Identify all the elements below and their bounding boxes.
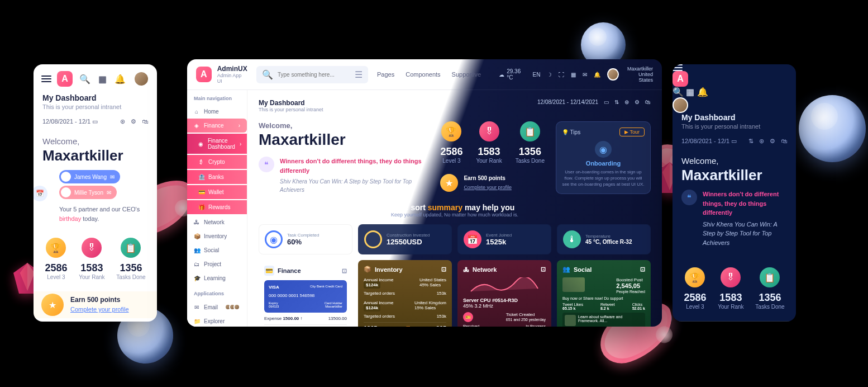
nav-supportive[interactable]: Supportive (452, 71, 481, 78)
sidebar-item-home[interactable]: ⌂Home (187, 105, 247, 119)
person-chip[interactable]: James Wang ✉ (59, 170, 120, 183)
inbox-icon[interactable]: ✉ (583, 72, 587, 78)
filter-icon[interactable]: ⇅ (614, 99, 619, 105)
expand-icon[interactable]: ⊡ (441, 266, 446, 273)
mobile-light-preview: A 🔍 ▦ 🔔 My Dashboard This is your person… (34, 64, 157, 322)
tile-social[interactable]: 👥Social⊡ Boosted Post2,545,05People Reac… (557, 260, 651, 327)
menu-icon[interactable]: ☰ (355, 69, 363, 80)
grid-icon[interactable]: ▦ (98, 74, 107, 84)
sidebar-item-finance-dashboard[interactable]: ◉Finance Dashboard› (187, 134, 247, 154)
metric-task-completed[interactable]: ◉ Task Completed60% (259, 224, 352, 254)
search-box[interactable]: 🔍 ☰ (256, 66, 368, 83)
calendar-icon[interactable]: ▭ (731, 138, 737, 144)
cart-icon[interactable]: 🛍 (645, 99, 651, 105)
tile-network[interactable]: 🖧Network⊡ Server CPU #0514-R3D45% 3.2 MH… (457, 260, 551, 327)
sidebar-item-social[interactable]: 👥Social (187, 243, 247, 257)
brand-name: AdminUX (217, 65, 247, 73)
metric-event-joined[interactable]: 📅 Event Joined1525k (457, 224, 551, 254)
metric-value: 45 °C, Office R-32 (585, 239, 632, 245)
sidebar-item-wallet[interactable]: 💳Wallet (187, 185, 247, 199)
filter-icon[interactable]: ⇅ (748, 138, 753, 145)
calendar-icon[interactable]: ▭ (92, 118, 98, 125)
search-icon[interactable]: 🔍 (673, 87, 684, 97)
date-range[interactable]: 12/08/2021 - 12/14/2021 (537, 99, 598, 105)
menu-icon[interactable] (41, 75, 51, 82)
app-logo[interactable]: A (196, 67, 212, 82)
tile-title: Social (574, 266, 592, 273)
box-icon: 📦 (364, 266, 371, 273)
wallet-icon: 💳 (264, 266, 274, 276)
person-chip[interactable]: Millie Tyson ✉ (59, 186, 117, 199)
cart-icon[interactable]: 🛍 (781, 138, 787, 145)
clipboard-icon: 📋 (760, 267, 780, 287)
calendar-icon: 📅 (464, 230, 481, 248)
complete-profile-link[interactable]: Complete your profile (70, 306, 129, 313)
search-icon[interactable]: 🔍 (79, 74, 90, 84)
fullscreen-icon[interactable]: ⛶ (559, 72, 564, 78)
moon-icon[interactable]: ☽ (547, 72, 552, 78)
welcome-greeting: Welcome, (681, 156, 787, 166)
bell-icon[interactable]: 🔔 (594, 72, 600, 78)
sidebar-item-finance[interactable]: ◈Finance› (187, 119, 247, 133)
weather-widget[interactable]: ☁29.36 °C (499, 68, 526, 81)
sidebar-item-inventory[interactable]: 📦Inventory (187, 229, 247, 243)
nav-components[interactable]: Components (406, 71, 440, 78)
tips-heading: Onboarding (562, 160, 645, 167)
date-range[interactable]: 12/08/2021 - 12/1 (42, 118, 90, 125)
bell-icon[interactable]: 🔔 (697, 87, 708, 97)
bell-icon[interactable]: 🔔 (115, 74, 126, 84)
stat-value: 1583 (476, 146, 502, 158)
expand-icon[interactable]: ⊡ (342, 267, 347, 275)
stats-row: 🏆2586Level 3 🎖1583Your Rank 📋1356Tasks D… (34, 226, 157, 291)
settings-icon[interactable]: ⊛ (120, 118, 125, 125)
sidebar-item-network[interactable]: 🖧Network (187, 215, 247, 229)
grid-icon[interactable]: ▦ (571, 72, 576, 78)
stats-row: 🏆2586Level 3 🎖1583Your Rank 📋1356Tasks D… (673, 256, 796, 321)
expand-icon[interactable]: ⊡ (541, 266, 546, 273)
metric-construction[interactable]: Construction Invested12550USD (358, 224, 452, 254)
stat-label: Your Rank (476, 158, 502, 164)
credit-card: VISACity Bank Credit Card 000 0000 0001 … (264, 280, 347, 313)
avatar[interactable] (673, 97, 688, 113)
user-location: United States (626, 72, 653, 83)
sidebar-item-banks[interactable]: 🏦Banks (187, 170, 247, 184)
app-logo[interactable]: A (673, 71, 688, 87)
sidebar: Main navigation ⌂Home ◈Finance› ◉Finance… (187, 90, 247, 327)
stat-label: Tasks Done (516, 158, 545, 164)
grid-icon[interactable]: ▦ (686, 87, 694, 97)
app-logo[interactable]: A (57, 71, 73, 87)
user-name: Maxartkiller (626, 66, 653, 72)
tile-finance[interactable]: 💳Finance⊡ VISACity Bank Credit Card 000 … (259, 260, 352, 327)
avatar[interactable] (607, 68, 618, 81)
clipboard-icon: 📋 (121, 238, 141, 258)
gear-icon[interactable]: ⚙ (770, 138, 775, 145)
gear-icon[interactable]: ⚙ (131, 118, 136, 125)
cart-icon[interactable]: 🛍 (142, 118, 148, 125)
sidebar-item-email[interactable]: ✉Email (187, 300, 247, 314)
expand-icon[interactable]: ⊡ (640, 266, 645, 273)
search-input[interactable] (278, 72, 350, 78)
menu-icon[interactable] (673, 64, 796, 71)
sidebar-item-explorer[interactable]: 📁Explorer (187, 314, 247, 327)
avatar[interactable] (133, 71, 149, 87)
gear-icon[interactable]: ⚙ (635, 99, 640, 105)
settings-icon[interactable]: ⊛ (624, 99, 629, 105)
sidebar-item-learning[interactable]: 🎓Learning (187, 271, 247, 285)
sidebar-item-crypto[interactable]: ₿Crypto (187, 155, 247, 169)
sidebar-item-project[interactable]: 🗂Project (187, 257, 247, 271)
tour-button[interactable]: ▶ Tour (619, 128, 645, 136)
metric-temperature[interactable]: 🌡 Temperature45 °C, Office R-32 (557, 224, 651, 254)
lang-switcher[interactable]: EN (532, 72, 540, 78)
complete-profile-link[interactable]: Complete your profile (464, 185, 512, 190)
ticket-icon: 🎫 (463, 312, 473, 322)
date-range[interactable]: 12/08/2021 - 12/1 (681, 138, 729, 144)
quote-block: ❝ Winners don't do different things, the… (681, 190, 787, 247)
tile-inventory[interactable]: 📦Inventory⊡ Annual Income$124kUnited Sta… (358, 260, 452, 327)
calendar-icon[interactable]: ▭ (604, 99, 609, 105)
quote-icon: ❝ (681, 190, 697, 205)
sidebar-item-rewards[interactable]: 🎁Rewards (187, 200, 247, 214)
stat-label: Level 3 (45, 274, 67, 280)
settings-icon[interactable]: ⊛ (759, 138, 764, 145)
nav-pages[interactable]: Pages (377, 71, 394, 78)
stats-row: 🏆2586Level 3 🎖1583Your Rank 📋1356Tasks D… (440, 121, 545, 164)
